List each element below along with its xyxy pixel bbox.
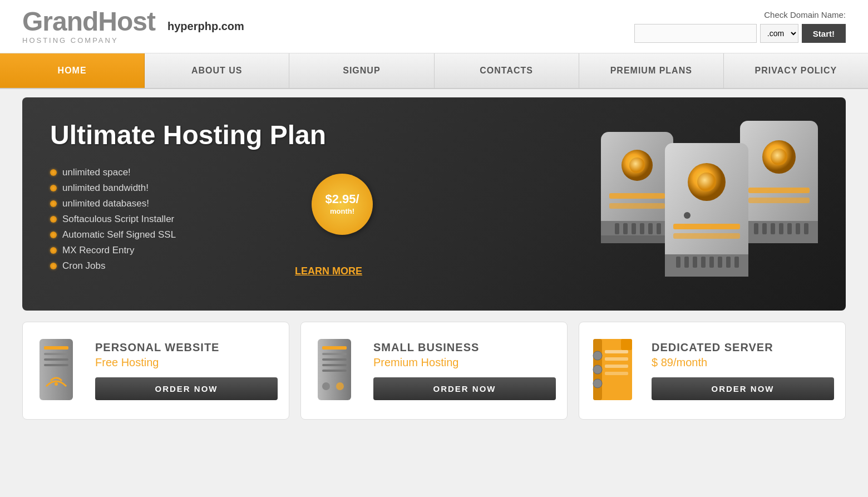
card-dedicated-title: DEDICATED SERVER xyxy=(652,341,834,354)
svg-rect-61 xyxy=(605,357,628,361)
plan-cards: PERSONAL WEBSITE Free Hosting ORDER NOW xyxy=(22,322,846,420)
logo-area: GrandHost HOSTING COMPANY hyperphp.com xyxy=(22,8,244,45)
svg-rect-40 xyxy=(734,257,739,268)
svg-rect-30 xyxy=(673,224,740,229)
header: GrandHost HOSTING COMPANY hyperphp.com C… xyxy=(0,0,868,53)
svg-point-57 xyxy=(593,351,602,360)
price-unit: month! xyxy=(330,207,354,216)
main-nav: HOME ABOUT US SIGNUP CONTACTS PREMIUM PL… xyxy=(0,53,868,89)
svg-rect-36 xyxy=(701,257,706,268)
logo-block: GrandHost HOSTING COMPANY xyxy=(22,8,155,45)
svg-rect-9 xyxy=(632,223,636,234)
svg-rect-62 xyxy=(605,365,628,368)
svg-rect-19 xyxy=(754,223,758,234)
svg-rect-31 xyxy=(673,233,740,239)
nav-item-contacts[interactable]: CONTACTS xyxy=(435,53,579,88)
domain-input[interactable] xyxy=(634,24,757,43)
svg-rect-25 xyxy=(804,223,808,234)
domain-check-row: .com .net .org .info Start! xyxy=(634,24,846,43)
card-business-info: SMALL BUSINESS Premium Hosting ORDER NOW xyxy=(373,341,556,400)
dedicated-icon xyxy=(590,336,640,405)
svg-rect-12 xyxy=(657,223,661,234)
card-personal-subtitle: Free Hosting xyxy=(95,356,278,369)
hero-banner: Ultimate Hosting Plan unlimited space! u… xyxy=(22,97,846,311)
server-robots-svg xyxy=(579,110,835,299)
svg-rect-35 xyxy=(693,257,697,268)
domain-check-label: Check Domain Name: xyxy=(764,10,846,19)
logo-text: GrandHost xyxy=(22,8,155,35)
svg-rect-11 xyxy=(648,223,653,234)
bullet-icon xyxy=(50,185,57,191)
svg-rect-10 xyxy=(640,223,644,234)
svg-point-46 xyxy=(55,382,58,386)
business-icon xyxy=(312,336,362,405)
svg-rect-20 xyxy=(762,223,767,234)
card-business-title: SMALL BUSINESS xyxy=(373,341,556,354)
svg-rect-3 xyxy=(609,193,665,199)
svg-rect-50 xyxy=(322,358,347,361)
svg-rect-63 xyxy=(605,372,628,375)
card-dedicated-info: DEDICATED SERVER $ 89/month ORDER NOW xyxy=(652,341,834,400)
svg-rect-45 xyxy=(44,364,68,366)
svg-rect-43 xyxy=(44,353,68,355)
domain-check-area: Check Domain Name: .com .net .org .info … xyxy=(634,10,846,43)
personal-icon xyxy=(34,336,84,405)
card-business: SMALL BUSINESS Premium Hosting ORDER NOW xyxy=(300,322,568,420)
nav-item-home[interactable]: HOME xyxy=(0,53,145,88)
nav-item-privacy[interactable]: PRIVACY POLICY xyxy=(724,53,868,88)
bullet-icon xyxy=(50,263,57,269)
svg-rect-42 xyxy=(44,346,68,350)
card-personal-title: PERSONAL WEBSITE xyxy=(95,341,278,354)
svg-point-15 xyxy=(771,149,787,165)
svg-rect-34 xyxy=(684,257,689,268)
nav-item-signup[interactable]: SIGNUP xyxy=(289,53,434,88)
price-value: $2.95/ xyxy=(325,191,359,208)
svg-rect-52 xyxy=(322,370,347,372)
svg-point-29 xyxy=(684,212,691,219)
bullet-icon xyxy=(50,216,57,223)
svg-rect-48 xyxy=(322,346,347,350)
start-button[interactable]: Start! xyxy=(802,24,846,43)
svg-point-28 xyxy=(697,173,716,191)
svg-point-53 xyxy=(322,382,330,390)
svg-rect-37 xyxy=(709,257,714,268)
order-business-button[interactable]: ORDER NOW xyxy=(373,377,556,400)
svg-rect-33 xyxy=(676,257,680,268)
svg-rect-4 xyxy=(609,203,665,209)
nav-item-premium[interactable]: PREMIUM PLANS xyxy=(579,53,724,88)
card-personal-info: PERSONAL WEBSITE Free Hosting ORDER NOW xyxy=(95,341,278,400)
card-dedicated: DEDICATED SERVER $ 89/month ORDER NOW xyxy=(579,322,846,420)
svg-rect-49 xyxy=(322,353,347,355)
business-server-icon xyxy=(312,336,357,403)
card-personal: PERSONAL WEBSITE Free Hosting ORDER NOW xyxy=(22,322,289,420)
svg-point-59 xyxy=(593,379,602,388)
hero-illustration xyxy=(568,97,846,311)
card-business-subtitle: Premium Hosting xyxy=(373,356,556,369)
svg-rect-16 xyxy=(748,188,810,193)
dedicated-binder-icon xyxy=(590,336,635,403)
svg-point-2 xyxy=(629,158,645,173)
bullet-icon xyxy=(50,200,57,207)
svg-rect-23 xyxy=(787,223,792,234)
svg-rect-60 xyxy=(605,350,628,353)
tld-select[interactable]: .com .net .org .info xyxy=(760,24,798,43)
svg-rect-64 xyxy=(621,339,632,350)
card-dedicated-subtitle: $ 89/month xyxy=(652,356,834,369)
price-badge: $2.95/ month! xyxy=(312,174,373,235)
svg-point-54 xyxy=(336,382,344,390)
svg-rect-6 xyxy=(601,235,673,243)
svg-rect-24 xyxy=(796,223,800,234)
logo-tagline: HOSTING COMPANY xyxy=(22,36,155,45)
order-personal-button[interactable]: ORDER NOW xyxy=(95,377,278,400)
svg-rect-44 xyxy=(44,358,68,361)
svg-rect-17 xyxy=(748,198,810,203)
svg-rect-7 xyxy=(615,223,619,234)
svg-rect-8 xyxy=(623,223,628,234)
svg-point-58 xyxy=(593,365,602,374)
order-dedicated-button[interactable]: ORDER NOW xyxy=(652,377,834,400)
bullet-icon xyxy=(50,232,57,238)
svg-rect-21 xyxy=(771,223,775,234)
learn-more-link[interactable]: LEARN MORE xyxy=(295,265,362,277)
nav-item-about[interactable]: ABOUT US xyxy=(145,53,289,88)
personal-server-icon xyxy=(34,336,78,403)
